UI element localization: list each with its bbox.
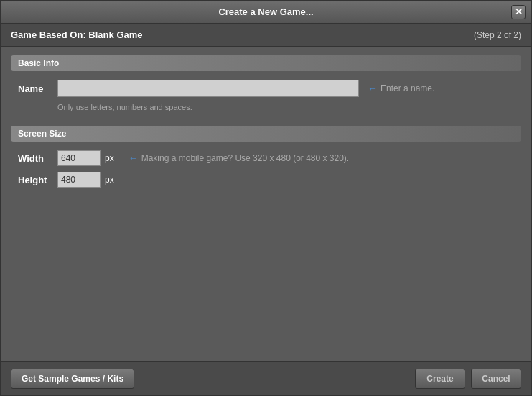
footer: Get Sample Games / Kits Create Cancel (1, 361, 531, 395)
create-game-dialog: Create a New Game... ✕ Game Based On: Bl… (0, 0, 532, 396)
mobile-hint-area: ← Making a mobile game? Use 320 x 480 (o… (129, 152, 350, 164)
mobile-hint-arrow: ← (129, 152, 139, 164)
name-hint-area: ← Enter a name. (368, 83, 434, 94)
step-indicator: (Step 2 of 2) (474, 30, 521, 40)
name-note: Only use letters, numbers and spaces. (11, 103, 521, 111)
height-row: Height px (11, 172, 521, 188)
name-hint-text: Enter a name. (381, 83, 434, 93)
dialog-title: Create a New Game... (218, 6, 313, 17)
cancel-button[interactable]: Cancel (471, 369, 521, 389)
width-unit: px (105, 153, 114, 163)
name-input[interactable] (57, 80, 359, 97)
title-bar: Create a New Game... ✕ (1, 1, 531, 24)
screen-size-header: Screen Size (11, 126, 521, 142)
subtitle-bar: Game Based On: Blank Game (Step 2 of 2) (1, 24, 531, 47)
name-hint-arrow: ← (368, 83, 378, 94)
footer-left: Get Sample Games / Kits (11, 369, 134, 389)
screen-size-section: Screen Size Width px ← Making a mobile g… (11, 126, 521, 188)
sample-games-button[interactable]: Get Sample Games / Kits (11, 369, 134, 389)
width-row: Width px ← Making a mobile game? Use 320… (11, 150, 521, 166)
create-button[interactable]: Create (415, 369, 465, 389)
footer-right: Create Cancel (415, 369, 521, 389)
game-based-on: Game Based On: Blank Game (11, 29, 143, 40)
close-button[interactable]: ✕ (511, 5, 526, 19)
basic-info-header: Basic Info (11, 55, 521, 71)
height-input[interactable] (57, 172, 101, 188)
name-label: Name (18, 83, 57, 94)
mobile-hint-text: Making a mobile game? Use 320 x 480 (or … (141, 153, 350, 163)
height-label: Height (18, 175, 57, 185)
name-row: Name ← Enter a name. (11, 80, 521, 97)
basic-info-section: Basic Info Name ← Enter a name. Only use… (11, 55, 521, 111)
width-label: Width (18, 153, 57, 164)
width-input[interactable] (57, 150, 101, 166)
height-unit: px (105, 175, 114, 185)
content-area: Basic Info Name ← Enter a name. Only use… (1, 47, 531, 361)
